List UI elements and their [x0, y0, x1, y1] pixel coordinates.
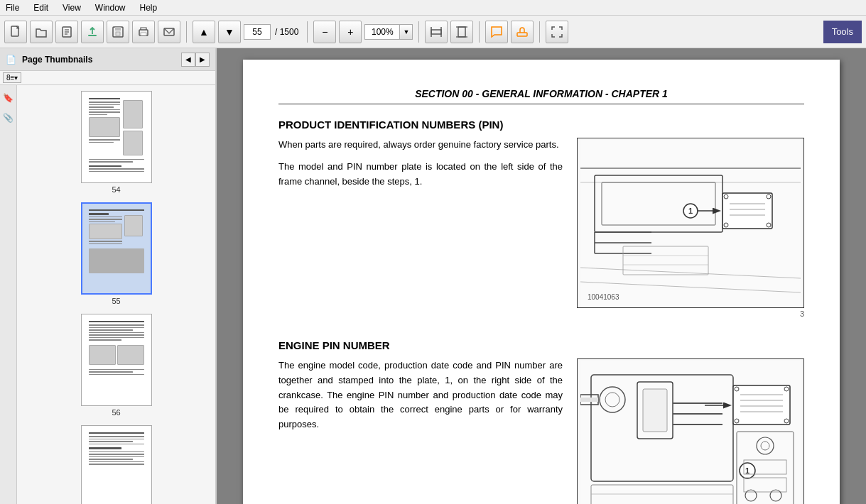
svg-point-46	[605, 393, 619, 407]
figure-1: 1 10041063 3	[577, 138, 804, 318]
tools-button[interactable]: Tools	[823, 21, 862, 43]
email-button[interactable]	[158, 21, 180, 43]
new-button[interactable]	[4, 21, 27, 43]
svg-text:1: 1	[745, 466, 749, 475]
properties-button[interactable]	[55, 21, 78, 43]
thumbnails-area: 🔖 📎	[0, 85, 215, 504]
page-number-input[interactable]	[244, 24, 271, 40]
bookmark-icon[interactable]: 🔖	[1, 91, 16, 105]
page-label-54: 54	[112, 185, 120, 194]
side-icons: 🔖 📎	[0, 85, 17, 504]
next-page-button[interactable]: ▼	[218, 21, 241, 43]
section-pin-body: When parts are required, always order ge…	[278, 138, 804, 318]
section-pin-title: PRODUCT IDENTIFICATION NUMBERS (PIN)	[278, 119, 804, 131]
svg-rect-54	[733, 385, 790, 424]
section-engine-title: ENGINE PIN NUMBER	[278, 339, 804, 351]
page-label-56: 56	[112, 408, 120, 417]
svg-rect-66	[591, 485, 733, 505]
section-engine-body: The engine model code, production date c…	[278, 358, 804, 504]
thumbnails-scroll[interactable]: 54	[17, 85, 215, 504]
zoom-in-button[interactable]: +	[339, 21, 362, 43]
save-button[interactable]	[107, 21, 129, 43]
page-nav: / 1500	[244, 24, 301, 40]
upload-button[interactable]	[81, 21, 104, 43]
doc-header: SECTION 00 - GENERAL INFORMATION - CHAPT…	[278, 88, 804, 104]
svg-rect-22	[602, 182, 715, 225]
svg-point-69	[757, 437, 774, 454]
svg-point-73	[745, 490, 757, 501]
separator-3	[418, 21, 419, 43]
svg-rect-15	[458, 27, 465, 37]
svg-rect-7	[115, 27, 121, 31]
separator-5	[539, 21, 540, 43]
zoom-box: ▼	[364, 24, 413, 40]
comment-button[interactable]	[485, 21, 508, 43]
open-button[interactable]	[30, 21, 53, 43]
svg-point-74	[770, 490, 781, 501]
figure-img-2: 1	[577, 358, 804, 504]
zoom-dropdown[interactable]: ▼	[400, 24, 413, 40]
options-button[interactable]: 8≡▾	[3, 72, 21, 83]
fit-width-button[interactable]	[425, 21, 448, 43]
thumbnail-img-54	[81, 91, 152, 183]
svg-rect-10	[141, 33, 146, 35]
page-total: / 1500	[272, 27, 301, 37]
menu-bar: File Edit View Window Help	[0, 0, 866, 16]
para2: The model and PIN number plate is locate…	[278, 160, 563, 190]
zoom-input[interactable]	[364, 24, 400, 40]
section-engine: ENGINE PIN NUMBER The engine model code,…	[278, 339, 804, 504]
thumbnail-img-56	[81, 314, 152, 406]
svg-rect-18	[517, 33, 527, 36]
svg-text:1: 1	[688, 207, 693, 215]
svg-line-39	[580, 282, 801, 292]
svg-rect-50	[643, 389, 667, 432]
thumbnail-54[interactable]: 54	[81, 91, 152, 194]
doc-view[interactable]: SECTION 00 - GENERAL INFORMATION - CHAPT…	[217, 48, 866, 504]
prev-page-button[interactable]: ▲	[193, 21, 215, 43]
separator-4	[479, 21, 480, 43]
section-pin: PRODUCT IDENTIFICATION NUMBERS (PIN) Whe…	[278, 119, 804, 318]
panel-nav-prev[interactable]: ◀	[181, 53, 195, 67]
separator-1	[186, 21, 187, 43]
figure-2: 1	[577, 358, 804, 504]
paperclip-icon[interactable]: 📎	[1, 111, 16, 125]
svg-rect-48	[580, 398, 598, 402]
menu-view[interactable]: View	[60, 1, 84, 14]
print-button[interactable]	[132, 21, 155, 43]
svg-rect-21	[595, 175, 722, 232]
menu-file[interactable]: File	[3, 1, 22, 14]
section-pin-text: When parts are required, always order ge…	[278, 138, 563, 318]
thumbnail-55[interactable]: 55	[81, 202, 152, 305]
svg-point-45	[600, 387, 625, 412]
fullscreen-button[interactable]	[546, 21, 568, 43]
toolbar: ▲ ▼ / 1500 − + ▼ Tools	[0, 16, 866, 48]
panel-nav-next[interactable]: ▶	[195, 53, 210, 67]
svg-rect-12	[431, 30, 441, 34]
thumbnail-56[interactable]: 56	[81, 314, 152, 417]
stamp-button[interactable]	[511, 21, 534, 43]
doc-page: SECTION 00 - GENERAL INFORMATION - CHAPT…	[243, 60, 840, 504]
svg-rect-27	[722, 193, 772, 229]
page-label-55: 55	[112, 297, 120, 305]
panel-header: 📄 Page Thumbnails ◀ ▶	[0, 48, 215, 71]
menu-edit[interactable]: Edit	[31, 1, 51, 14]
left-panel: 📄 Page Thumbnails ◀ ▶ 8≡▾ 🔖 📎	[0, 48, 217, 504]
svg-point-70	[761, 442, 769, 450]
main-content: 📄 Page Thumbnails ◀ ▶ 8≡▾ 🔖 📎	[0, 48, 866, 504]
svg-rect-8	[116, 32, 120, 35]
svg-line-38	[580, 268, 801, 278]
separator-2	[307, 21, 308, 43]
figure-1-num: 3	[577, 309, 804, 318]
thumbnail-img-55	[81, 202, 152, 295]
menu-window[interactable]: Window	[92, 1, 129, 14]
section-engine-text: The engine model code, production date c…	[278, 358, 563, 504]
thumbnail-57[interactable]	[81, 425, 152, 504]
options-bar: 8≡▾	[0, 71, 215, 85]
engine-para1: The engine model code, production date c…	[278, 358, 563, 432]
panel-title: Page Thumbnails	[22, 55, 181, 65]
zoom-out-button[interactable]: −	[313, 21, 336, 43]
fit-page-button[interactable]	[450, 21, 473, 43]
menu-help[interactable]: Help	[137, 1, 161, 14]
figure-img-1: 1 10041063	[577, 138, 804, 308]
thumbnail-img-57	[81, 425, 152, 504]
